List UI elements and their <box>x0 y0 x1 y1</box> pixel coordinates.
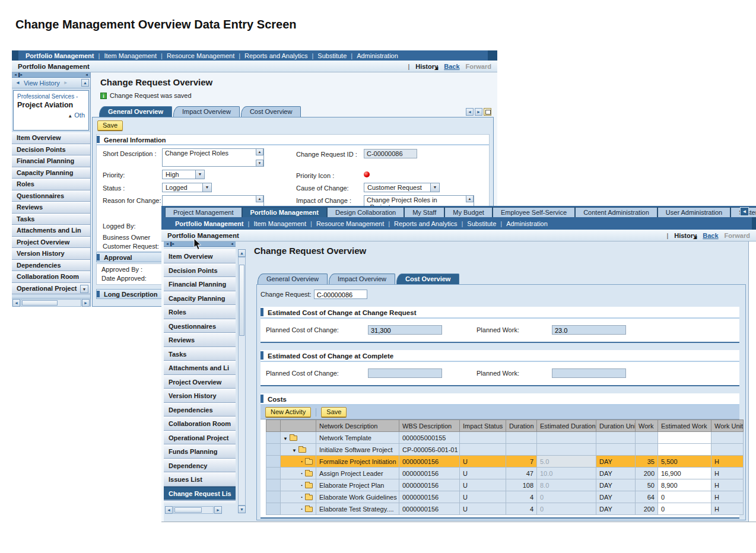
menu-item-decision-points[interactable]: Decision Points <box>164 263 236 278</box>
short-description-field[interactable]: Change Project Roles ▲ ▼ <box>162 148 264 167</box>
impact-status-cell[interactable] <box>460 432 506 444</box>
network-description-cell[interactable]: Elaborate Test Strategy.... <box>316 503 399 515</box>
work-cell[interactable]: 64 <box>636 491 658 503</box>
work-cell[interactable]: 50 <box>636 479 658 491</box>
planned-cost-input[interactable] <box>368 368 442 378</box>
scroll-left-button[interactable]: ◄ <box>12 299 20 307</box>
menu-item-project-overview[interactable]: Project Overview <box>164 375 236 389</box>
menu-item-roles[interactable]: Roles <box>164 305 236 319</box>
work-cell[interactable] <box>636 444 658 456</box>
portal-tab-my-staff[interactable]: My Staff <box>404 207 444 217</box>
network-description-cell[interactable]: Initialize Software Project <box>316 444 399 456</box>
column-header-impact-status[interactable]: Impact Status <box>460 420 506 432</box>
collapse-icon[interactable]: ◄ <box>230 241 234 246</box>
scrollbar-thumb[interactable] <box>22 300 58 306</box>
scroll-right-button[interactable]: ► <box>82 299 90 307</box>
duration-unit-cell[interactable]: DAY <box>596 491 636 503</box>
wbs-description-cell[interactable]: 0000000156 <box>399 491 460 503</box>
duration-cell[interactable]: 108 <box>506 479 537 491</box>
menu-item-capacity-planning[interactable]: Capacity Planning <box>164 291 236 306</box>
sidebar-item-financial-planning[interactable]: Financial Planning <box>12 155 90 167</box>
status-select[interactable]: Logged ▼ <box>162 183 212 192</box>
row-selector-cell[interactable] <box>266 491 281 503</box>
nav-link-substitute[interactable]: Substitute <box>467 220 496 227</box>
menu-vertical-scrollbar[interactable]: ▲ ▼ <box>238 249 246 513</box>
menu-item-attachments-and-li[interactable]: Attachments and Li <box>164 361 236 375</box>
impact-status-cell[interactable]: U <box>460 456 506 468</box>
wbs-description-cell[interactable]: 0000000156 <box>399 479 460 491</box>
tabs-scroll-left-button[interactable]: ◄ <box>740 207 749 216</box>
save-button[interactable]: Save <box>97 120 123 131</box>
tabs-scroll-right-button[interactable]: ► <box>475 108 482 116</box>
tab-cost-overview[interactable]: Cost Overview <box>241 106 301 117</box>
expand-icon[interactable]: ▼ <box>292 447 297 453</box>
priority-select[interactable]: High ▼ <box>162 170 205 179</box>
scrollbar-track[interactable] <box>173 506 214 514</box>
row-selector-cell[interactable] <box>266 503 281 515</box>
work-unit-cell[interactable]: H <box>711 503 744 515</box>
change-request-input[interactable] <box>314 290 367 299</box>
sidebar-item-decision-points[interactable]: Decision Points <box>12 144 90 156</box>
menu-item-funds-planning[interactable]: Funds Planning <box>164 444 236 459</box>
work-unit-cell[interactable]: H <box>711 468 744 479</box>
estimated-work-cell[interactable]: 0 <box>658 503 711 515</box>
scroll-down-button[interactable]: ▼ <box>238 506 246 513</box>
wbs-description-cell[interactable]: 000005000155 <box>399 432 460 444</box>
costs-save-button[interactable]: Save <box>321 407 347 417</box>
portal-tab-my-budget[interactable]: My Budget <box>444 207 493 217</box>
work-unit-cell[interactable]: H <box>711 491 744 503</box>
menu-item-item-overview[interactable]: Item Overview <box>164 249 236 263</box>
menu-horizontal-scrollbar[interactable]: ◄ ► <box>165 505 222 514</box>
maximize-icon[interactable] <box>484 108 491 116</box>
work-cell[interactable] <box>636 432 658 444</box>
column-header-duration-unit[interactable]: Duration Unit <box>596 420 636 432</box>
scroll-down-icon[interactable]: ▼ <box>256 160 263 167</box>
work-cell[interactable]: 200 <box>636 468 658 479</box>
network-description-cell[interactable]: Elaborate Project Plan <box>316 479 399 491</box>
work-cell[interactable]: 200 <box>636 503 658 515</box>
row-tree-cell[interactable]: · <box>281 503 316 515</box>
impact-status-cell[interactable]: U <box>460 479 506 491</box>
menu-item-financial-planning[interactable]: Financial Planning <box>164 277 236 291</box>
scroll-up-button[interactable]: ▲ <box>81 79 89 87</box>
sidebar-item-attachments-and-lin[interactable]: Attachments and Lin <box>12 225 90 237</box>
estimated-work-cell[interactable] <box>658 432 711 444</box>
work-unit-cell[interactable]: H <box>711 456 744 468</box>
duration-cell[interactable] <box>506 444 537 456</box>
more-items-dropdown-icon[interactable]: ▼ <box>80 285 88 293</box>
sidebar-item-operational-project[interactable]: Operational Project▼ <box>12 283 90 295</box>
impact-status-cell[interactable] <box>460 444 506 456</box>
column-header-estimated-duration[interactable]: Estimated Duration <box>537 420 596 432</box>
sidebar-item-dependencies[interactable]: Dependencies <box>12 260 90 272</box>
row-selector-cell[interactable] <box>266 432 281 444</box>
duration-unit-cell[interactable]: DAY <box>596 456 636 468</box>
scroll-left-right-icons[interactable]: ◄▐► <box>14 72 23 77</box>
sidebar-item-questionnaires[interactable]: Questionnaires <box>12 190 90 202</box>
planned-work-input[interactable] <box>552 368 626 378</box>
cause-select[interactable]: Customer Request ▼ <box>364 183 440 192</box>
network-description-cell[interactable]: Assign Project Leader <box>316 468 399 479</box>
portal-tab-portfolio-management[interactable]: Portfolio Management <box>242 207 328 217</box>
scrollbar-thumb[interactable] <box>239 265 244 336</box>
wbs-description-cell[interactable]: 0000000156 <box>399 503 460 515</box>
row-selector-cell[interactable] <box>266 444 281 456</box>
menu-item-issues-list[interactable]: Issues List <box>164 472 236 487</box>
nav-link-resource-management[interactable]: Resource Management <box>167 52 234 59</box>
duration-cell[interactable]: 4 <box>506 503 537 515</box>
wbs-description-cell[interactable]: CP-000056-001-01 <box>399 444 460 456</box>
tab-general-overview[interactable]: General Overview <box>258 274 328 284</box>
portal-tab-content-administration[interactable]: Content Administration <box>575 207 657 217</box>
nav-link-item-management[interactable]: Item Management <box>253 220 306 227</box>
sidebar-item-version-history[interactable]: Version History <box>12 248 90 260</box>
row-tree-cell[interactable]: · <box>281 468 316 479</box>
nav-link-administration[interactable]: Administration <box>506 220 548 227</box>
row-selector-cell[interactable] <box>266 468 281 479</box>
menu-item-reviews[interactable]: Reviews <box>164 333 236 347</box>
row-tree-cell[interactable]: ▼ <box>281 444 316 456</box>
duration-unit-cell[interactable]: DAY <box>596 479 636 491</box>
sidebar-scroll-strip[interactable]: ◄▐►◄ <box>12 72 90 78</box>
tab-general-overview[interactable]: General Overview <box>99 106 172 117</box>
estimated-work-cell[interactable]: 16,900 <box>658 468 711 479</box>
other-link[interactable]: Oth <box>74 112 85 119</box>
tabs-scroll-left-button[interactable]: ◄ <box>466 108 474 116</box>
